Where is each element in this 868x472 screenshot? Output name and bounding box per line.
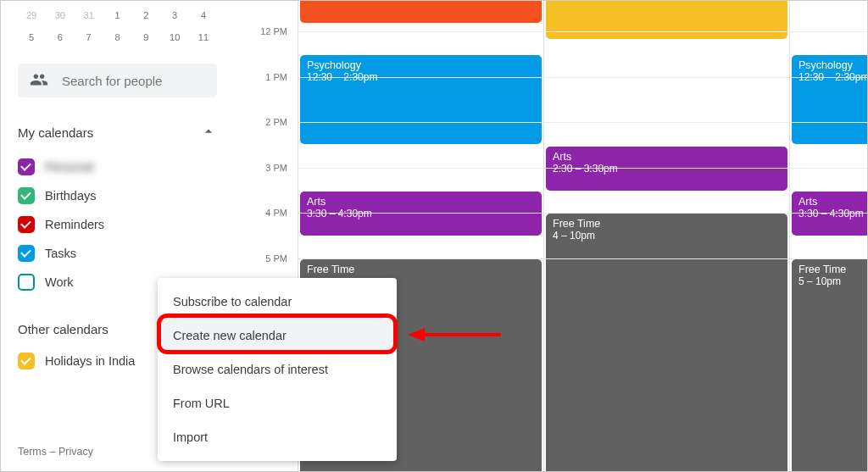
time-label: 1 PM <box>265 72 287 82</box>
chevron-up-icon <box>200 123 217 142</box>
day-column-2[interactable]: Arts2:30 – 3:30pmFree Time4 – 10pm <box>543 1 789 472</box>
menu-item[interactable]: Import <box>158 420 397 454</box>
calendar-item[interactable]: Reminders <box>18 210 217 239</box>
time-label: 2 PM <box>265 117 287 127</box>
menu-item[interactable]: Subscribe to calendar <box>158 285 397 319</box>
hour-line <box>298 168 867 169</box>
calendar-event[interactable]: Free Time4 – 10pm <box>546 214 787 472</box>
mini-cal-day[interactable]: 4 <box>190 10 217 20</box>
calendar-event[interactable]: Arts3:30 – 4:30pm <box>792 192 868 236</box>
calendar-checkbox[interactable] <box>18 274 35 291</box>
mini-calendar[interactable]: 2930311234567891011 <box>18 1 217 48</box>
mini-cal-day[interactable]: 3 <box>161 10 188 20</box>
hour-line <box>298 122 867 123</box>
privacy-link[interactable]: Privacy <box>58 446 93 458</box>
event-time: 5 – 10pm <box>798 275 868 287</box>
calendar-label: Personal <box>45 160 93 174</box>
mini-cal-day[interactable]: 9 <box>132 32 159 42</box>
calendar-label: Reminders <box>45 218 104 231</box>
my-calendars-title: My calendars <box>18 125 93 140</box>
calendar-checkbox[interactable] <box>18 353 35 369</box>
time-label: 3 PM <box>265 163 287 173</box>
mini-cal-day[interactable]: 1 <box>103 10 131 20</box>
footer-links: Terms – Privacy <box>18 446 93 458</box>
calendar-label: Tasks <box>45 247 76 260</box>
hour-line <box>298 31 867 32</box>
calendar-event[interactable]: Arts2:30 – 3:30pm <box>546 147 787 191</box>
day-column-3[interactable]: Psychology12:30 – 2:30pmArts3:30 – 4:30p… <box>789 1 868 472</box>
calendar-event[interactable]: Free Time5 – 10pm <box>792 259 868 472</box>
search-people-box[interactable] <box>18 64 217 97</box>
mini-cal-day[interactable]: 30 <box>47 10 74 20</box>
event-title: Psychology <box>307 59 535 71</box>
hour-line <box>298 77 867 78</box>
calendar-item[interactable]: Birthdays <box>18 181 217 210</box>
event-title: Free Time <box>798 264 868 275</box>
menu-item[interactable]: Create new calendar <box>158 319 397 353</box>
event-time: 2:30 – 3:30pm <box>553 163 781 175</box>
time-label: 4 PM <box>265 208 287 218</box>
hour-line <box>298 213 867 214</box>
calendar-label: Birthdays <box>45 189 96 203</box>
calendar-event[interactable]: Psychology12:30 – 2:30pm <box>300 55 542 144</box>
calendar-event[interactable] <box>300 0 542 23</box>
people-icon <box>30 70 48 92</box>
add-calendar-menu: Subscribe to calendarCreate new calendar… <box>158 278 397 461</box>
event-time: 3:30 – 4:30pm <box>798 208 868 219</box>
mini-cal-day[interactable]: 29 <box>18 10 45 20</box>
calendar-label: Holidays in India <box>45 354 135 368</box>
calendar-checkbox[interactable] <box>18 245 35 262</box>
event-title: Arts <box>307 196 535 208</box>
event-time: 4 – 10pm <box>553 230 781 242</box>
event-title: Free Time <box>553 218 781 230</box>
calendar-event[interactable]: Psychology12:30 – 2:30pm <box>792 55 868 144</box>
menu-item[interactable]: Browse calendars of interest <box>158 353 397 386</box>
event-time: 3:30 – 4:30pm <box>307 208 535 219</box>
calendar-checkbox[interactable] <box>18 216 35 233</box>
event-title: Arts <box>798 196 868 208</box>
event-title: Arts <box>553 151 781 163</box>
mini-cal-day[interactable]: 5 <box>18 32 45 42</box>
mini-cal-day[interactable]: 7 <box>75 32 103 42</box>
mini-cal-day[interactable]: 11 <box>190 32 217 42</box>
mini-cal-day[interactable]: 8 <box>103 32 131 42</box>
calendar-item[interactable]: Personal <box>18 153 217 181</box>
terms-link[interactable]: Terms <box>18 446 47 458</box>
time-label: 5 PM <box>265 253 287 264</box>
mini-cal-day[interactable]: 6 <box>47 32 74 42</box>
calendar-checkbox[interactable] <box>18 187 35 204</box>
event-title: Psychology <box>798 59 868 71</box>
calendar-item[interactable]: Tasks <box>18 239 217 268</box>
mini-cal-day[interactable]: 31 <box>75 10 103 20</box>
my-calendars-header[interactable]: My calendars <box>18 123 217 142</box>
menu-item[interactable]: From URL <box>158 386 397 420</box>
hour-line <box>298 258 867 259</box>
search-input[interactable] <box>62 74 205 88</box>
calendar-label: Work <box>45 275 74 289</box>
calendar-checkbox[interactable] <box>18 158 35 175</box>
time-label: 12 PM <box>260 26 287 36</box>
calendar-event[interactable]: Arts3:30 – 4:30pm <box>300 192 542 236</box>
other-calendars-title: Other calendars <box>18 322 108 336</box>
calendar-event[interactable] <box>546 0 787 39</box>
mini-cal-day[interactable]: 10 <box>161 32 188 42</box>
mini-cal-day[interactable]: 2 <box>132 10 159 20</box>
my-calendars-list: PersonalBirthdaysRemindersTasksWork <box>18 153 217 297</box>
event-title: Free Time <box>307 264 535 275</box>
